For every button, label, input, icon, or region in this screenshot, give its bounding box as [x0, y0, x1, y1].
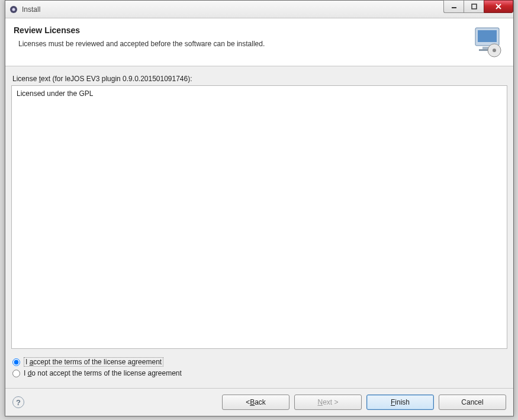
- minimize-button[interactable]: [443, 0, 464, 13]
- window-title: Install: [22, 5, 40, 14]
- svg-rect-7: [478, 30, 497, 42]
- svg-point-11: [493, 49, 496, 52]
- app-icon: [9, 5, 18, 14]
- page-subtitle: Licenses must be reviewed and accepted b…: [18, 40, 265, 48]
- license-text-area[interactable]: Licensed under the GPL: [11, 85, 507, 349]
- back-button[interactable]: < Back: [222, 395, 289, 410]
- decline-radio[interactable]: [12, 370, 20, 377]
- close-button[interactable]: [484, 0, 513, 13]
- window-controls: [443, 1, 513, 18]
- help-icon[interactable]: ?: [12, 396, 24, 408]
- accept-radio-label: I accept the terms of the license agreem…: [24, 357, 163, 367]
- content-area: License text (for leJOS EV3 plugin 0.9.0…: [5, 66, 513, 388]
- titlebar: Install: [5, 1, 513, 18]
- finish-button[interactable]: Finish: [366, 395, 434, 410]
- maximize-button[interactable]: [464, 0, 484, 13]
- svg-rect-3: [472, 4, 477, 9]
- button-bar: < Back Next > Finish Cancel: [222, 395, 506, 410]
- next-button: Next >: [294, 395, 362, 410]
- license-acceptance-group: I accept the terms of the license agreem…: [12, 355, 506, 380]
- decline-radio-row[interactable]: I do not accept the terms of the license…: [12, 369, 506, 377]
- decline-radio-label: I do not accept the terms of the license…: [24, 369, 182, 377]
- page-title: Review Licenses: [14, 25, 265, 35]
- install-icon: [471, 25, 505, 59]
- accept-radio[interactable]: [12, 358, 20, 366]
- accept-radio-row[interactable]: I accept the terms of the license agreem…: [12, 357, 506, 367]
- wizard-footer: ? < Back Next > Finish Cancel: [5, 388, 513, 416]
- license-body: Licensed under the GPL: [17, 89, 93, 98]
- svg-point-1: [12, 8, 15, 11]
- cancel-button[interactable]: Cancel: [439, 395, 506, 410]
- install-dialog: Install Review Licenses Licenses must be…: [5, 0, 514, 416]
- wizard-header: Review Licenses Licenses must be reviewe…: [5, 18, 513, 66]
- license-text-label: License text (for leJOS EV3 plugin 0.9.0…: [12, 75, 507, 83]
